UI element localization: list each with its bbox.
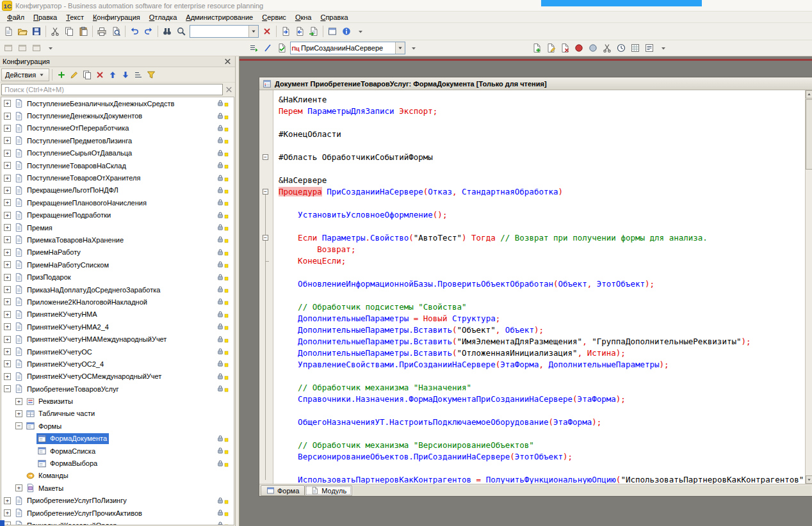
page-x-button[interactable] [558,41,572,55]
clock-button[interactable] [614,41,628,55]
props-button[interactable] [642,41,656,55]
scroll-up-icon[interactable] [806,90,812,99]
tab-module[interactable]: Модуль [305,485,352,496]
cut-button[interactable] [600,41,614,55]
fold-collapse-icon[interactable]: − [263,235,268,241]
expand-icon[interactable]: + [4,497,11,504]
overflow-button[interactable] [353,24,368,38]
expand-icon[interactable]: + [4,137,11,144]
overflow-button[interactable] [407,41,421,55]
menu-item-1[interactable]: Файл [3,12,29,22]
tree-item[interactable]: +Макеты [1,482,234,494]
expand-icon[interactable]: + [4,224,11,231]
expand-icon[interactable]: + [4,348,11,355]
page-plus-button[interactable] [530,41,544,55]
tree-item[interactable]: ФормаСписка [1,445,234,457]
tree-item[interactable]: +ПризПодарок [1,271,234,283]
tree-item[interactable]: +ПриходныйКассовыйОрдер [1,519,234,525]
procedure-combo[interactable]: Пц ПриСозданииНаСервере [290,42,405,54]
tab-form[interactable]: Форма [261,485,305,496]
tree-item[interactable]: +ПринятиеКУчетуОС2_4 [1,358,234,370]
expand-icon[interactable]: + [4,187,11,194]
tree-item[interactable]: +ПоступлениеСырьяОтДавальца [1,147,234,159]
expand-icon[interactable]: + [4,113,11,120]
add-plus-button[interactable] [55,68,68,81]
menu-item-7[interactable]: Сервис [257,12,291,22]
expand-icon[interactable]: + [4,509,11,516]
expand-icon[interactable]: + [4,336,11,343]
slash-blue-button[interactable] [261,41,275,55]
syntax-check-button[interactable] [275,41,289,55]
menu-item-4[interactable]: Конфигурация [88,12,145,22]
copy-button[interactable] [81,68,93,81]
tree-item[interactable]: +Табличные части [1,408,234,420]
tree-item[interactable]: +ПрекращениеЛьготПоНДФЛ [1,184,234,196]
expand-icon[interactable]: + [4,150,11,157]
print-preview-button[interactable] [109,24,123,38]
fold-collapse-icon[interactable]: − [263,189,268,195]
tree-item[interactable]: +ПринятиеКУчетуОС [1,346,234,358]
tree-item[interactable]: −ПриобретениеТоваровУслуг [1,383,234,395]
tree-item[interactable]: +ПоступлениеТоваровОтХранителя [1,171,234,184]
overflow-button[interactable] [656,41,670,55]
move-up-button[interactable] [106,68,119,81]
expand-icon[interactable]: + [4,162,11,169]
editor-window-titlebar[interactable]: Документ ПриобретениеТоваровУслуг: Форма… [259,77,812,90]
tree-item[interactable]: +ПоступлениеОтПереработчика [1,122,234,134]
expand-icon[interactable]: + [4,360,11,367]
scrollbar-thumb[interactable] [806,99,812,170]
tree-item[interactable]: +ПоступлениеДенежныхДокументов [1,109,234,122]
grid-small-button[interactable] [628,41,642,55]
fold-collapse-icon[interactable]: − [263,154,268,160]
expand-icon[interactable]: + [4,311,11,318]
tree-item[interactable]: +ПриемНаРаботуСписком [1,259,234,271]
tree-item[interactable]: +ПоступлениеБезналичныхДенежныхСредств [1,97,234,109]
expand-icon[interactable]: + [4,286,11,293]
find-prev-button[interactable] [293,24,307,38]
menu-item-8[interactable]: Окна [291,12,316,22]
scroll-down-icon[interactable] [806,475,812,484]
config-a-button[interactable] [1,41,15,55]
move-down-button[interactable] [119,68,132,81]
expand-icon[interactable]: + [4,298,11,305]
open-folder-button[interactable] [15,24,29,38]
window-icon-button[interactable] [325,24,339,38]
expand-icon[interactable]: + [4,175,11,182]
tree-item[interactable]: +ПринятиеКУчетуНМАМеждународныйУчет [1,333,234,345]
goto-page-button[interactable] [307,24,321,38]
sort-button[interactable] [132,68,145,81]
panel-close-button[interactable] [223,57,232,66]
tree-item[interactable]: +ПринятиеКУчетуНМА2_4 [1,321,234,333]
expand-icon[interactable]: + [15,410,22,417]
tree-item[interactable]: −Формы [1,420,234,432]
tree-item[interactable]: +Приложение2КНалоговойНакладной [1,296,234,308]
combo-dropdown-icon[interactable] [248,26,258,37]
tree-item[interactable]: +ПриемНаРаботу [1,246,234,259]
config-b-button[interactable] [15,41,29,55]
code-editor[interactable]: &НаКлиентеПерем ПараметрыДляЗаписи Экспо… [273,90,812,484]
clear-x-button[interactable] [260,24,274,38]
filter-button[interactable] [145,68,158,81]
tree-item[interactable]: +ПоступлениеТоваровНаСклад [1,159,234,171]
menu-item-9[interactable]: Справка [316,12,352,22]
tree-item[interactable]: +Реквизиты [1,395,234,407]
expand-icon[interactable]: + [4,100,11,107]
config-c-button[interactable] [29,41,44,55]
page-pencil-button[interactable] [544,41,558,55]
expand-icon[interactable]: + [4,373,11,380]
expand-icon[interactable]: + [15,398,22,405]
search-combo[interactable] [190,25,259,38]
tree-item[interactable]: +ПринятиеКУчетуНМА [1,308,234,321]
new-file-button[interactable] [1,24,15,38]
find-next-button[interactable] [279,24,293,38]
expand-icon[interactable]: + [4,323,11,330]
undo-button[interactable] [127,24,142,38]
tree-item[interactable]: +Премия [1,221,234,234]
expand-icon[interactable]: + [4,236,11,243]
red-circle-button[interactable] [572,41,586,55]
collapse-icon[interactable]: − [15,422,22,429]
tree-item[interactable]: +ПринятиеКУчетуОСМеждународныйУчет [1,371,234,383]
tree-item[interactable]: +ПриобретениеУслугПрочихАктивов [1,507,234,519]
overflow-button[interactable] [44,41,58,55]
tree-item[interactable]: +ПриемкаТоваровНаХранение [1,234,234,246]
